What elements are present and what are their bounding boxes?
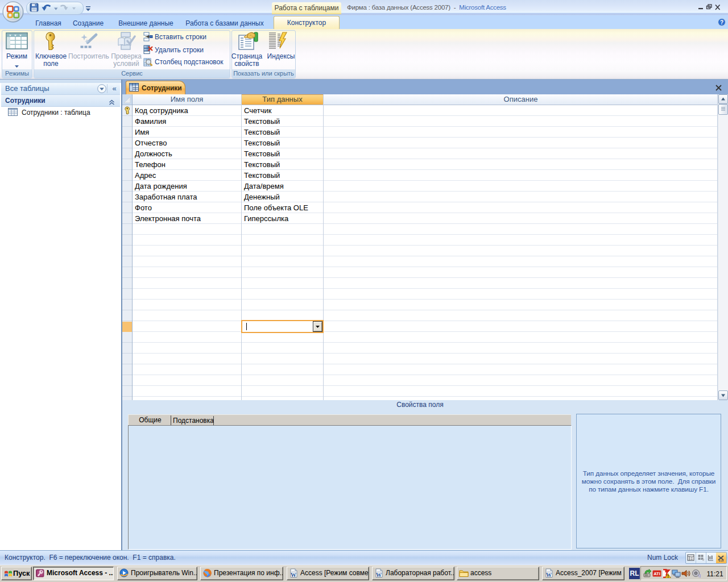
svg-text:ATI: ATI xyxy=(653,571,660,576)
svg-text:W: W xyxy=(546,572,552,578)
svg-text:?: ? xyxy=(720,19,723,26)
svg-text:W: W xyxy=(376,572,382,578)
svg-text:W: W xyxy=(291,572,296,578)
